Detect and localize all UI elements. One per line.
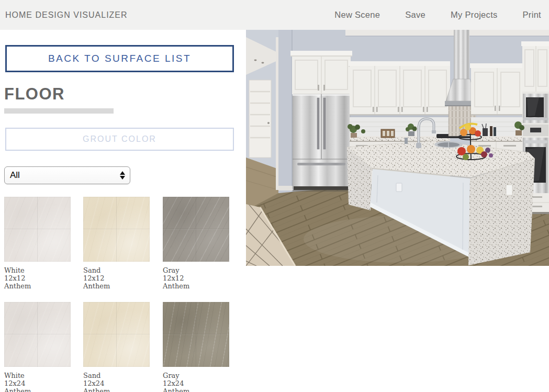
tile-option-gray-12x12[interactable]: Gray12x12Anthem: [163, 197, 229, 290]
upper-cabinets-right: [470, 63, 523, 116]
tile-label: White12x24Anthem: [4, 372, 71, 392]
surface-progress-bar: [4, 108, 114, 114]
tile-swatch[interactable]: [4, 302, 71, 367]
tile-filter-selected-value: All: [5, 170, 120, 181]
kitchen-scene-illustration: [246, 30, 549, 266]
nav-item-print[interactable]: Print: [523, 10, 541, 20]
tile-swatch[interactable]: [83, 197, 150, 262]
tile-swatch[interactable]: [163, 197, 229, 262]
surface-title: FLOOR: [4, 85, 65, 104]
refrigerator: [293, 94, 350, 192]
tile-label: Sand12x12Anthem: [83, 266, 150, 290]
upper-cabinets-left: [349, 61, 450, 117]
nav-item-my-projects[interactable]: My Projects: [451, 10, 497, 20]
app-logo: HOME DESIGN VISUALIZER: [5, 10, 128, 20]
tile-swatch[interactable]: [83, 302, 150, 367]
tile-filter-select[interactable]: All: [4, 166, 130, 184]
fridge-upper-cabinet: [290, 51, 352, 94]
tile-swatch[interactable]: [4, 197, 71, 262]
scene-preview[interactable]: [246, 30, 549, 266]
nav-item-new-scene[interactable]: New Scene: [334, 10, 380, 20]
select-stepper-icon: [120, 171, 125, 180]
tile-label: Gray12x24Anthem: [163, 372, 229, 392]
tile-option-sand-12x12[interactable]: Sand12x12Anthem: [83, 197, 150, 290]
tile-option-gray-12x24[interactable]: Gray12x24Anthem: [163, 302, 229, 392]
tile-label: Sand12x24Anthem: [83, 372, 150, 392]
tile-option-white-12x24[interactable]: White12x24Anthem: [4, 302, 71, 392]
tile-label: Gray12x12Anthem: [163, 266, 229, 290]
tall-cabinet: [521, 41, 549, 92]
surface-options-panel: BACK TO SURFACE LIST FLOOR GROUT COLOR A…: [0, 30, 246, 392]
nav-item-save[interactable]: Save: [405, 10, 425, 20]
tile-swatch[interactable]: [163, 302, 229, 367]
app-header: HOME DESIGN VISUALIZER New Scene Save My…: [0, 0, 549, 30]
tile-option-white-12x12[interactable]: White12x12Anthem: [4, 197, 71, 290]
back-to-surface-list-button[interactable]: BACK TO SURFACE LIST: [5, 45, 234, 72]
main-nav: New Scene Save My Projects Print: [334, 10, 541, 20]
tile-option-sand-12x24[interactable]: Sand12x24Anthem: [83, 302, 150, 392]
grout-color-button[interactable]: GROUT COLOR: [5, 128, 234, 151]
tile-label: White12x12Anthem: [4, 266, 71, 290]
